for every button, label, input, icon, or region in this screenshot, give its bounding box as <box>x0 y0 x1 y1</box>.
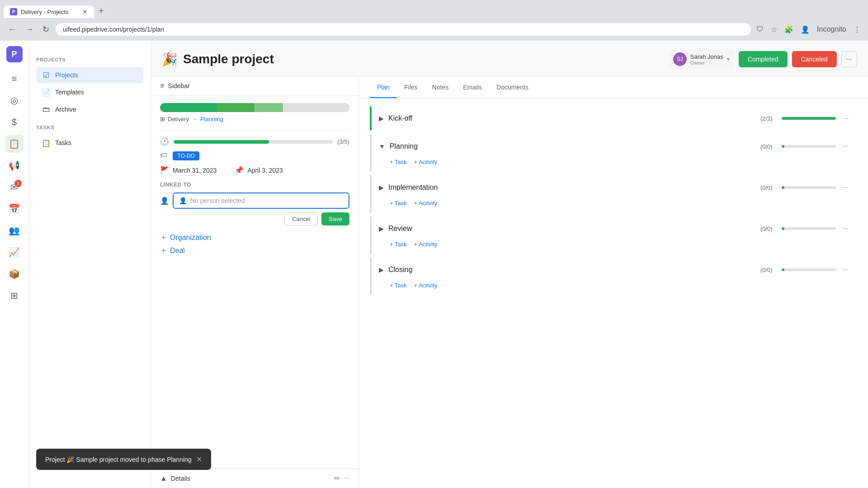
archive-icon: 🗃 <box>42 105 51 114</box>
sidebar-archive-label: Archive <box>55 106 76 113</box>
details-more-icon[interactable]: ··· <box>344 474 349 483</box>
toast-close-btn[interactable]: ✕ <box>196 455 202 464</box>
planning-count: (0/0) <box>760 143 773 150</box>
review-progress-fill <box>782 227 784 230</box>
details-chevron-icon[interactable]: ▲ <box>160 474 167 483</box>
save-btn[interactable]: Save <box>321 212 349 225</box>
review-more-icon[interactable]: ··· <box>840 223 850 235</box>
implementation-add-activity-btn[interactable]: + Activity <box>414 200 438 206</box>
planning-add-task-btn[interactable]: + Task <box>390 159 407 165</box>
app-logo[interactable]: P <box>6 46 23 62</box>
sidebar-templates-label: Templates <box>55 89 84 96</box>
completed-btn[interactable]: Completed <box>739 51 788 67</box>
star-icon[interactable]: ☆ <box>769 23 779 36</box>
closing-more-icon[interactable]: ··· <box>840 264 850 276</box>
phase-implementation-header[interactable]: ▶ Implementation (0/0) ··· <box>372 175 857 200</box>
sidebar-projects-label: Projects <box>55 71 78 79</box>
back-btn[interactable]: ← <box>5 23 19 36</box>
details-edit-icon[interactable]: ✏ <box>334 474 340 483</box>
phase-link-planning[interactable]: Planning <box>200 116 223 122</box>
planning-more-icon[interactable]: ··· <box>840 141 850 152</box>
rail-box-icon[interactable]: 📦 <box>5 265 24 283</box>
phase-link-delivery[interactable]: Delivery <box>168 116 189 122</box>
phase-review-header[interactable]: ▶ Review (0/0) ··· <box>372 216 857 241</box>
tab-close-btn[interactable]: ✕ <box>82 8 88 15</box>
tab-documents[interactable]: Documents <box>489 77 536 98</box>
phase-planning-header[interactable]: ▼ Planning (0/0) ··· <box>372 134 857 159</box>
end-date-icon: 📌 <box>235 166 244 174</box>
planning-actions: + Task + Activity <box>372 159 857 172</box>
closing-add-activity-btn[interactable]: + Activity <box>414 282 438 289</box>
tab-files[interactable]: Files <box>397 77 425 98</box>
review-add-activity-btn[interactable]: + Activity <box>414 241 438 248</box>
sidebar-label-bar: ≡ Sidebar <box>151 76 359 96</box>
phase-kickoff-header[interactable]: ▶ Kick-off (2/2) ··· <box>372 106 857 131</box>
rail-projects-icon[interactable]: 📋 <box>5 135 24 153</box>
review-add-task-btn[interactable]: + Task <box>390 241 407 248</box>
mail-badge: 3 <box>14 180 22 187</box>
implementation-add-task-btn[interactable]: + Task <box>390 200 407 206</box>
profile-icon[interactable]: 👤 <box>799 23 811 36</box>
phase-review: ▶ Review (0/0) ··· + Task + Activity <box>370 216 857 254</box>
phase-section: ⊞ Delivery → Planning <box>160 103 349 130</box>
tab-emails[interactable]: Emails <box>456 77 489 98</box>
person-add-icon: 👤 <box>160 197 169 205</box>
closing-progress-fill <box>782 268 784 271</box>
implementation-chevron-icon[interactable]: ▶ <box>379 184 384 191</box>
rail-contacts-icon[interactable]: 👥 <box>5 221 24 239</box>
forward-btn[interactable]: → <box>23 23 36 36</box>
rail-menu-icon[interactable]: ≡ <box>5 70 24 88</box>
phase-planning: ▼ Planning (0/0) ··· + Task + Activity <box>370 134 857 172</box>
sidebar-item-templates[interactable]: 📄 Templates <box>36 84 143 100</box>
add-deal-link[interactable]: ＋ Deal <box>160 246 349 255</box>
rail-calendar-icon[interactable]: 📅 <box>5 200 24 218</box>
tab-notes[interactable]: Notes <box>425 77 456 98</box>
label-row: 🏷 TO-DO <box>160 151 349 160</box>
owner-section[interactable]: SJ Sarah Jonas Owner ▾ <box>669 50 734 69</box>
address-bar[interactable]: uifeed.pipedrive.com/projects/1/plan <box>56 23 751 36</box>
rail-mail-icon[interactable]: ✉ 3 <box>5 178 24 196</box>
implementation-more-icon[interactable]: ··· <box>840 182 850 193</box>
cancel-btn[interactable]: Cancel <box>284 212 318 225</box>
project-sidebar-panel: ≡ Sidebar <box>151 76 359 488</box>
project-header: 🎉 Sample project SJ Sarah Jonas Owner ▾ … <box>151 41 868 76</box>
rail-target-icon[interactable]: ◎ <box>5 91 24 109</box>
app-layout: P ≡ ◎ $ 📋 📢 ✉ 3 📅 👥 📈 📦 ⊞ PROJECTS ☑ Pro… <box>0 41 868 488</box>
active-tab[interactable]: P Delivery - Projects ✕ <box>4 5 94 18</box>
planning-add-activity-btn[interactable]: + Activity <box>414 159 438 165</box>
closing-chevron-icon[interactable]: ▶ <box>379 266 384 273</box>
sidebar-item-archive[interactable]: 🗃 Archive <box>36 101 143 117</box>
reload-btn[interactable]: ↻ <box>40 23 52 36</box>
canceled-btn[interactable]: Canceled <box>792 51 837 67</box>
sidebar-item-tasks[interactable]: 📋 Tasks <box>36 135 143 151</box>
tab-plan[interactable]: Plan <box>370 77 397 98</box>
add-organization-link[interactable]: ＋ Organization <box>160 233 349 242</box>
sidebar-tasks-label: Tasks <box>55 139 71 146</box>
closing-add-task-btn[interactable]: + Task <box>390 282 407 289</box>
owner-chevron-icon: ▾ <box>727 56 730 62</box>
planning-chevron-icon[interactable]: ▼ <box>379 143 385 150</box>
rail-megaphone-icon[interactable]: 📢 <box>5 156 24 174</box>
extensions-icon[interactable]: 🧩 <box>783 23 795 36</box>
menu-icon[interactable]: ⋮ <box>852 23 863 36</box>
rail-chart-icon[interactable]: 📈 <box>5 243 24 261</box>
new-tab-btn[interactable]: + <box>94 4 108 18</box>
review-chevron-icon[interactable]: ▶ <box>379 225 384 232</box>
kickoff-chevron-icon[interactable]: ▶ <box>379 115 384 122</box>
more-btn[interactable]: ··· <box>841 51 857 67</box>
phase-segment-delivery <box>160 103 217 112</box>
linked-section: Linked to 👤 👤 No person selected Cancel … <box>160 182 349 225</box>
kickoff-more-icon[interactable]: ··· <box>840 113 850 124</box>
details-actions: ✏ ··· <box>334 474 349 483</box>
person-input[interactable]: 👤 No person selected <box>173 192 349 209</box>
implementation-actions: + Task + Activity <box>372 200 857 213</box>
sidebar-label-icon: ≡ <box>160 82 164 90</box>
rail-dollar-icon[interactable]: $ <box>5 113 24 131</box>
project-header-right: SJ Sarah Jonas Owner ▾ Completed Cancele… <box>669 50 857 69</box>
rail-grid-icon[interactable]: ⊞ <box>5 286 24 305</box>
start-date-icon: 🚩 <box>160 166 169 174</box>
phase-closing-header[interactable]: ▶ Closing (0/0) ··· <box>372 258 857 282</box>
templates-icon: 📄 <box>42 88 51 97</box>
planning-name: Planning <box>390 142 756 150</box>
sidebar-item-projects[interactable]: ☑ Projects <box>36 67 143 83</box>
